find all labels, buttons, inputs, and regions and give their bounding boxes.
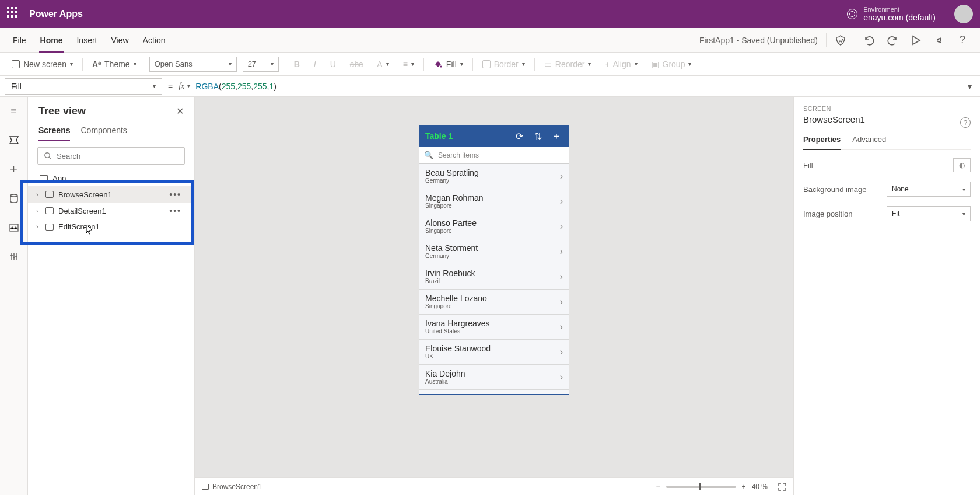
help-button[interactable]: ? bbox=[951, 28, 974, 52]
list-item-sub: United States bbox=[425, 328, 555, 335]
font-family-select[interactable]: Open Sans▾ bbox=[149, 57, 237, 72]
chevron-right-icon[interactable]: › bbox=[560, 246, 563, 257]
prop-imgpos-select[interactable]: Fit▾ bbox=[887, 206, 971, 221]
font-size-select[interactable]: 27▾ bbox=[243, 57, 279, 72]
menu-tab-view[interactable]: View bbox=[104, 28, 135, 52]
font-family-value: Open Sans bbox=[155, 60, 192, 68]
prop-fill-swatch[interactable]: ◐ bbox=[953, 158, 971, 172]
theme-button[interactable]: Aᵃ Theme ▾ bbox=[85, 53, 144, 75]
zoom-slider[interactable] bbox=[666, 486, 736, 488]
canvas-footer: BrowseScreen1 − + 40 % bbox=[195, 477, 793, 495]
list-item[interactable]: Beau SpratlingGermany› bbox=[419, 164, 569, 189]
tree-view-close-button[interactable]: ✕ bbox=[176, 106, 184, 117]
sort-icon[interactable]: ⇅ bbox=[531, 131, 544, 142]
rail-media-icon[interactable] bbox=[5, 218, 23, 237]
new-screen-label: New screen bbox=[23, 60, 66, 69]
user-avatar[interactable] bbox=[954, 5, 973, 23]
align-label: Align bbox=[612, 60, 631, 69]
prop-bgimage-value: None bbox=[892, 185, 909, 193]
list-item-sub: Brazil bbox=[425, 278, 555, 285]
share-button[interactable] bbox=[928, 28, 951, 52]
prop-bgimage-label: Background image bbox=[803, 185, 866, 194]
app-save-status: FirstApp1 - Saved (Unpublished) bbox=[699, 28, 824, 52]
tree-search-input[interactable] bbox=[57, 152, 178, 161]
app-icon bbox=[40, 175, 48, 182]
property-selector[interactable]: Fill ▾ bbox=[5, 78, 162, 95]
tree-node-screen[interactable]: ›EditScreen1 bbox=[28, 219, 194, 235]
reorder-button: ▭Reorder▾ bbox=[537, 53, 598, 75]
add-icon[interactable]: ＋ bbox=[550, 130, 563, 142]
tree-node-app[interactable]: App bbox=[28, 170, 194, 186]
rail-tree-view-icon[interactable] bbox=[5, 131, 23, 149]
chevron-right-icon[interactable]: › bbox=[560, 322, 563, 332]
font-size-value: 27 bbox=[248, 60, 256, 68]
ribbon: New screen ▾ Aᵃ Theme ▾ Open Sans▾ 27▾ B… bbox=[0, 53, 980, 76]
chevron-right-icon[interactable]: › bbox=[36, 191, 38, 198]
list-item[interactable]: Alonso ParteeSingapore› bbox=[419, 214, 569, 239]
app-checker-icon[interactable] bbox=[829, 28, 852, 52]
redo-button[interactable] bbox=[881, 28, 904, 52]
preview-title: Table 1 bbox=[425, 131, 507, 141]
menu-tab-file[interactable]: File bbox=[6, 28, 33, 52]
fit-to-window-button[interactable] bbox=[778, 483, 786, 491]
tree-tab-components[interactable]: Components bbox=[80, 121, 127, 141]
chevron-right-icon[interactable]: › bbox=[560, 171, 563, 182]
environment-selector[interactable]: Environment enayu.com (default) bbox=[847, 6, 936, 23]
menu-tab-action[interactable]: Action bbox=[136, 28, 173, 52]
chevron-right-icon[interactable]: › bbox=[560, 372, 563, 382]
list-item[interactable]: Neta StormentGermany› bbox=[419, 239, 569, 264]
rail-advanced-tools-icon[interactable] bbox=[5, 248, 23, 266]
chevron-right-icon[interactable]: › bbox=[560, 347, 563, 357]
properties-tab-properties[interactable]: Properties bbox=[803, 131, 841, 149]
breadcrumb[interactable]: BrowseScreen1 bbox=[202, 483, 262, 491]
tree-tab-screens[interactable]: Screens bbox=[38, 121, 70, 141]
undo-button[interactable] bbox=[858, 28, 881, 52]
tree-node-screen[interactable]: ›BrowseScreen1••• bbox=[28, 186, 194, 203]
list-item[interactable]: Tamica Trickett› bbox=[419, 390, 569, 394]
menu-tab-insert[interactable]: Insert bbox=[69, 28, 104, 52]
properties-help-button[interactable]: ? bbox=[960, 117, 971, 128]
app-launcher-icon[interactable] bbox=[7, 7, 21, 21]
formula-func: RGBA bbox=[195, 82, 219, 91]
list-item-sub: Singapore bbox=[425, 303, 555, 310]
svg-line-3 bbox=[49, 157, 51, 159]
menu-tab-home[interactable]: Home bbox=[33, 28, 70, 52]
list-item[interactable]: Irvin RoebuckBrazil› bbox=[419, 264, 569, 290]
new-screen-button[interactable]: New screen ▾ bbox=[5, 53, 80, 75]
list-item[interactable]: Ivana HargreavesUnited States› bbox=[419, 315, 569, 340]
left-rail: ≡ + bbox=[0, 97, 28, 495]
list-item[interactable]: Megan RohmanSingapore› bbox=[419, 189, 569, 214]
fill-button[interactable]: Fill▾ bbox=[426, 53, 470, 75]
rail-data-icon[interactable] bbox=[5, 189, 23, 208]
theme-label: Theme bbox=[104, 60, 130, 69]
chevron-right-icon[interactable]: › bbox=[36, 224, 38, 230]
app-preview[interactable]: Table 1 ⟳ ⇅ ＋ 🔍 Search items Beau Spratl… bbox=[419, 125, 569, 395]
svg-point-2 bbox=[45, 153, 50, 158]
fx-icon[interactable]: fx ▾ bbox=[178, 82, 190, 91]
zoom-in-button[interactable]: + bbox=[742, 483, 746, 491]
tree-node-label: BrowseScreen1 bbox=[58, 190, 112, 199]
chevron-right-icon[interactable]: › bbox=[36, 208, 38, 214]
tree-node-more-button[interactable]: ••• bbox=[169, 190, 185, 199]
tree-search[interactable] bbox=[37, 147, 185, 165]
chevron-right-icon[interactable]: › bbox=[560, 297, 563, 307]
list-item-sub: Germany bbox=[425, 253, 555, 260]
refresh-icon[interactable]: ⟳ bbox=[513, 131, 526, 142]
tree-node-screen[interactable]: ›DetailScreen1••• bbox=[28, 203, 194, 219]
chevron-right-icon[interactable]: › bbox=[560, 221, 563, 232]
chevron-right-icon[interactable]: › bbox=[560, 271, 563, 282]
play-button[interactable] bbox=[904, 28, 928, 52]
chevron-right-icon[interactable]: › bbox=[560, 196, 563, 207]
zoom-out-button[interactable]: − bbox=[656, 483, 660, 491]
preview-search[interactable]: 🔍 Search items bbox=[419, 147, 569, 164]
tree-node-more-button[interactable]: ••• bbox=[169, 206, 185, 215]
properties-tab-advanced[interactable]: Advanced bbox=[852, 131, 886, 149]
formula-expand-button[interactable]: ▾ bbox=[964, 82, 975, 91]
list-item[interactable]: Elouise StanwoodUK› bbox=[419, 340, 569, 365]
prop-bgimage-select[interactable]: None▾ bbox=[887, 182, 971, 197]
rail-hamburger-icon[interactable]: ≡ bbox=[5, 102, 23, 120]
list-item[interactable]: Mechelle LozanoSingapore› bbox=[419, 290, 569, 315]
list-item[interactable]: Kia DejohnAustralia› bbox=[419, 365, 569, 390]
rail-insert-icon[interactable]: + bbox=[5, 160, 23, 179]
formula-input[interactable]: RGBA(255, 255, 255, 1) bbox=[195, 82, 958, 91]
